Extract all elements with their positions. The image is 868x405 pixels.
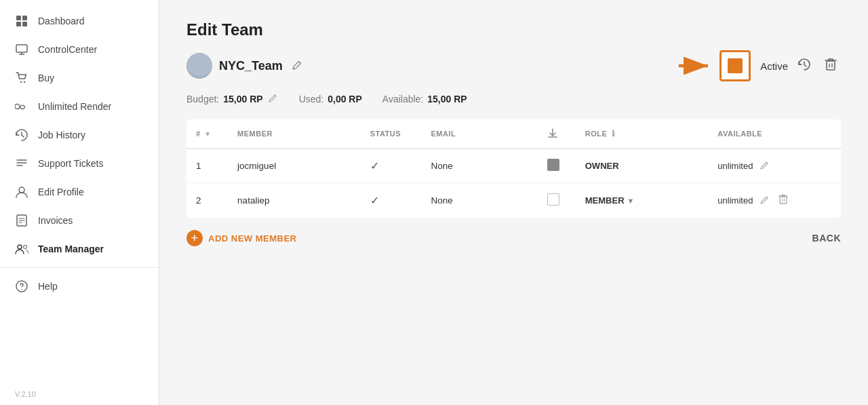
main-content: Edit Team NYC_Team	[159, 0, 868, 405]
sidebar-version: V.2.10	[0, 387, 159, 405]
team-controls: Active	[677, 50, 841, 81]
row1-num: 1	[186, 149, 228, 183]
used-label: Used:	[299, 94, 324, 104]
sidebar-item-label-job-history: Job History	[38, 130, 85, 140]
sidebar-item-unlimited-render[interactable]: Unlimited Render	[0, 92, 159, 121]
table-header-row: # ▼ MEMBER STATUS EMAIL ROLE ℹ AVAILABLE	[186, 119, 841, 149]
sidebar-item-dashboard[interactable]: Dashboard	[0, 7, 159, 35]
available-item: Available: 15,00 RP	[382, 94, 467, 104]
col-header-role: ROLE ℹ	[576, 119, 709, 149]
sidebar-item-label-buy: Buy	[38, 73, 54, 83]
sidebar-item-job-history[interactable]: Job History	[0, 121, 159, 149]
add-member-label: ADD NEW MEMBER	[208, 233, 297, 244]
monitor-icon	[15, 43, 28, 56]
sidebar-item-buy[interactable]: Buy	[0, 64, 159, 92]
active-toggle-button[interactable]	[719, 50, 751, 81]
table-footer: + ADD NEW MEMBER BACK	[186, 230, 841, 246]
row2-role: MEMBER ▼	[576, 183, 709, 218]
col-header-status: STATUS	[361, 119, 422, 149]
team-header: NYC_Team	[186, 50, 841, 81]
dl-empty-icon	[547, 193, 559, 206]
sidebar-item-label-team-manager: Team Manager	[38, 244, 104, 254]
sidebar-item-label-support-tickets: Support Tickets	[38, 158, 104, 169]
edit-budget-button[interactable]	[267, 94, 279, 104]
help-icon	[15, 279, 28, 293]
sidebar-item-help[interactable]: Help	[0, 272, 159, 301]
available-label: Available:	[382, 94, 423, 104]
page-title: Edit Team	[186, 20, 841, 39]
role-dropdown-arrow: ▼	[627, 197, 635, 205]
profile-icon	[15, 185, 28, 199]
sidebar-item-invoices[interactable]: Invoices	[0, 206, 159, 235]
status-check-icon: ✓	[370, 195, 379, 206]
row1-email: None	[421, 149, 537, 183]
col-header-member: MEMBER	[228, 119, 361, 149]
active-toggle-inner	[728, 58, 743, 73]
sidebar-item-label-dashboard: Dashboard	[38, 16, 85, 26]
team-icon	[15, 242, 28, 256]
row1-dl	[538, 149, 576, 183]
team-avatar	[186, 53, 212, 79]
table-body: 1 jocmiguel ✓ None OWNER unlimited	[186, 149, 841, 218]
svg-rect-1	[22, 16, 27, 20]
sidebar-divider	[0, 267, 159, 268]
used-value: 0,00 RP	[328, 94, 362, 104]
sidebar-item-controlcenter[interactable]: ControlCenter	[0, 35, 159, 64]
svg-rect-24	[827, 61, 835, 70]
row2-available: unlimited	[708, 183, 841, 218]
col-header-dl	[538, 119, 576, 149]
status-check-icon: ✓	[370, 160, 379, 172]
dashboard-icon	[15, 14, 28, 28]
row1-edit-button[interactable]	[758, 159, 771, 173]
sort-arrow: ▼	[204, 130, 211, 138]
table-row: 2 nataliep ✓ None MEMBER ▼ unli	[186, 183, 841, 218]
sidebar: Dashboard ControlCenter Buy	[0, 0, 159, 405]
tickets-icon	[15, 157, 28, 170]
invoices-icon	[15, 214, 28, 227]
back-button[interactable]: BACK	[812, 233, 841, 244]
add-circle-icon: +	[186, 230, 203, 246]
col-header-available: AVAILABLE	[708, 119, 841, 149]
svg-point-8	[24, 81, 25, 83]
cart-icon	[15, 71, 28, 85]
svg-point-12	[19, 187, 24, 193]
row2-delete-button[interactable]	[776, 193, 790, 208]
sidebar-item-team-manager[interactable]: Team Manager	[0, 235, 159, 263]
table-row: 1 jocmiguel ✓ None OWNER unlimited	[186, 149, 841, 183]
active-label: Active	[760, 60, 788, 72]
role-info-icon: ℹ	[612, 129, 616, 138]
svg-rect-0	[16, 16, 21, 20]
sidebar-item-support-tickets[interactable]: Support Tickets	[0, 149, 159, 178]
used-item: Used: 0,00 RP	[299, 94, 362, 104]
row2-dl	[538, 183, 576, 218]
sidebar-item-label-invoices: Invoices	[38, 215, 73, 226]
svg-point-7	[20, 81, 22, 83]
row2-num: 2	[186, 183, 228, 218]
sidebar-item-label-edit-profile: Edit Profile	[38, 187, 84, 197]
svg-line-21	[298, 61, 300, 63]
edit-team-name-button[interactable]	[290, 59, 304, 73]
row1-available: unlimited	[708, 149, 841, 183]
history-button[interactable]	[793, 55, 815, 77]
col-header-email: EMAIL	[421, 119, 537, 149]
svg-point-17	[18, 245, 22, 249]
sidebar-item-label-help: Help	[38, 281, 58, 292]
sidebar-item-label-controlcenter: ControlCenter	[38, 44, 97, 55]
members-table: # ▼ MEMBER STATUS EMAIL ROLE ℹ AVAILABLE	[186, 119, 841, 218]
budget-row: Budget: 15,00 RP Used: 0,00 RP Available…	[186, 94, 841, 104]
sidebar-item-edit-profile[interactable]: Edit Profile	[0, 178, 159, 206]
row2-member: nataliep	[228, 183, 361, 218]
add-new-member-button[interactable]: + ADD NEW MEMBER	[186, 230, 297, 246]
row1-status: ✓	[361, 149, 422, 183]
history-icon	[15, 128, 28, 142]
row2-email: None	[421, 183, 537, 218]
sidebar-item-label-unlimited-render: Unlimited Render	[38, 101, 111, 112]
svg-line-27	[275, 95, 276, 96]
team-name-row: NYC_Team	[186, 53, 304, 79]
col-header-num: # ▼	[186, 119, 228, 149]
delete-team-button[interactable]	[821, 55, 841, 77]
dl-filled-icon	[547, 159, 559, 171]
svg-line-30	[766, 197, 768, 198]
row2-edit-button[interactable]	[758, 194, 771, 208]
svg-rect-4	[16, 45, 27, 52]
